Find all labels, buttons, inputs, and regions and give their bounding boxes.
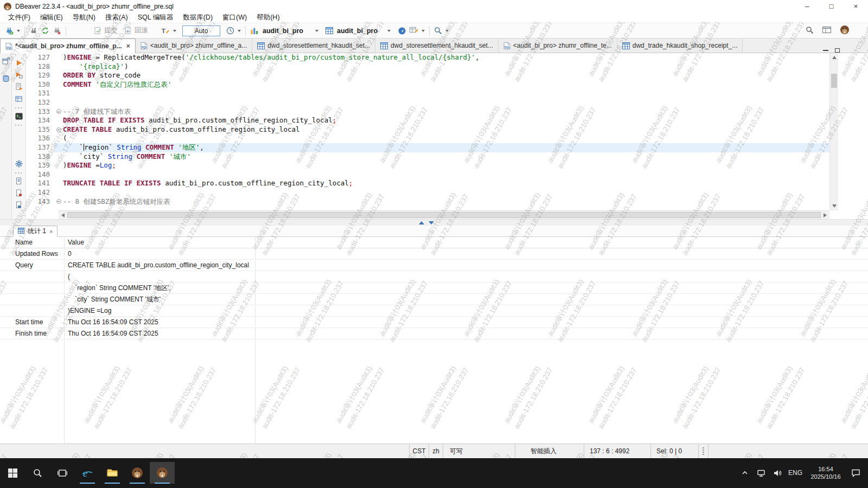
stats-row[interactable]: Updated Rows0: [0, 248, 868, 260]
scroll-right-icon[interactable]: [824, 213, 827, 217]
code-line-134[interactable]: 134DROP TABLE IF EXISTS audit_bi_pro.cus…: [26, 116, 829, 125]
stats-row[interactable]: `city` String COMMENT '城市': [0, 294, 868, 305]
database-select[interactable]: audit_bi_pro: [263, 27, 303, 35]
task-view-icon[interactable]: [50, 462, 75, 484]
database-navigator-icon[interactable]: [2, 75, 10, 85]
code-line-128[interactable]: 128 '{replica}'): [26, 62, 829, 72]
stats-row[interactable]: `region` String COMMENT '地区',: [0, 282, 868, 294]
horizontal-scrollbar[interactable]: [59, 210, 829, 219]
database-select-dropdown-icon[interactable]: [315, 30, 318, 32]
sql-format-button[interactable]: T: [161, 25, 170, 37]
taskbar-clock[interactable]: 16:54 2025/10/16: [805, 465, 846, 480]
edit-object-button[interactable]: [410, 25, 418, 37]
fold-collapse-icon[interactable]: [54, 197, 63, 207]
status-caret-position[interactable]: 137 : 6 : 4992: [584, 444, 650, 458]
open-perspective-icon[interactable]: [822, 26, 831, 35]
code-line-129[interactable]: 129ORDER BY store_code: [26, 71, 829, 80]
code-line-137[interactable]: 137 `region` String COMMENT '地区',: [26, 143, 829, 152]
status-selection[interactable]: Sel: 0 | 0: [650, 444, 698, 458]
statistics-tab[interactable]: 统计 1 ×: [13, 226, 58, 237]
schema-select-dropdown-icon[interactable]: [387, 30, 391, 32]
menu-item[interactable]: 导航(N): [68, 12, 100, 23]
code-line-130[interactable]: 130COMMENT '自定义门店性质汇总表': [26, 80, 829, 89]
status-timezone[interactable]: CST: [409, 444, 429, 458]
dbeaver-taskbar-icon-active[interactable]: [150, 462, 175, 484]
file-explorer-icon[interactable]: [100, 462, 125, 484]
sash-collapse-up-icon[interactable]: [419, 221, 424, 224]
menu-item[interactable]: 数据库(D): [178, 12, 218, 23]
action-center-icon[interactable]: [846, 462, 865, 484]
new-connection-dropdown-icon[interactable]: [17, 30, 20, 32]
open-script-button[interactable]: [14, 176, 24, 187]
code-line-141[interactable]: 141TRUNCATE TABLE IF EXISTS audit_bi_pro…: [26, 179, 829, 188]
horizontal-scrollbar-thumb[interactable]: [67, 212, 821, 218]
scroll-left-icon[interactable]: [61, 213, 65, 217]
scroll-up-icon[interactable]: [832, 56, 837, 59]
status-grip[interactable]: [698, 444, 708, 458]
explain-plan-button[interactable]: [14, 93, 24, 104]
status-language[interactable]: zh: [429, 444, 443, 458]
network-icon[interactable]: [753, 462, 769, 484]
save-script-button[interactable]: [14, 188, 24, 198]
panel-sash[interactable]: [0, 219, 868, 226]
editor-tab-4[interactable]: dwd_storesettlement_hkaudit_set...: [375, 38, 499, 53]
execute-statement-button[interactable]: [14, 57, 24, 68]
edit-object-dropdown-icon[interactable]: [422, 30, 425, 32]
transaction-mode-select[interactable]: Auto: [182, 25, 220, 36]
maximize-editor-icon[interactable]: [835, 48, 840, 53]
execute-script-button[interactable]: [14, 81, 24, 92]
code-line-143[interactable]: 143-- 8 创建SBZ新老系统店铺对应表: [26, 197, 829, 207]
disconnect-button[interactable]: [53, 25, 61, 37]
code-line-139[interactable]: 139)ENGINE =Log;: [26, 161, 829, 170]
minimize-editor-icon[interactable]: [823, 50, 828, 51]
code-line-135[interactable]: 135CREATE TABLE audit_bi_pro.custom_offl…: [26, 125, 829, 134]
hidden-icons-chevron[interactable]: [737, 462, 753, 484]
input-language-indicator[interactable]: ENG: [786, 462, 805, 484]
start-button[interactable]: [0, 462, 25, 484]
tab-close-icon[interactable]: ×: [126, 42, 130, 50]
transaction-log-dropdown-icon[interactable]: [238, 30, 241, 32]
maximize-button[interactable]: □: [819, 0, 844, 12]
editor-tab-6[interactable]: dwd_trade_hkaudit_shop_receipt_...: [617, 38, 743, 53]
menu-item[interactable]: 文件(F): [3, 12, 35, 23]
statistics-tab-close-icon[interactable]: ×: [49, 228, 53, 235]
schema-select[interactable]: audit_bi_pro: [337, 27, 378, 35]
menu-item[interactable]: 帮助(H): [252, 12, 284, 23]
menu-item[interactable]: 编辑(E): [35, 12, 68, 23]
code-line-138[interactable]: 138 `city` String COMMENT '城市': [26, 152, 829, 162]
menu-item[interactable]: 窗口(W): [218, 12, 252, 23]
restore-view-icon[interactable]: [2, 57, 10, 67]
close-button[interactable]: ×: [844, 0, 868, 12]
sash-collapse-down-icon[interactable]: [429, 221, 434, 224]
rollback-button[interactable]: 回滚: [124, 26, 148, 35]
code-line-131[interactable]: 131: [26, 89, 829, 98]
menu-item[interactable]: SQL 编辑器: [133, 12, 178, 23]
refresh-button[interactable]: [41, 25, 49, 37]
settings-gear-icon[interactable]: [14, 158, 24, 169]
sql-format-dropdown-icon[interactable]: [173, 30, 176, 32]
execute-statement-new-tab-button[interactable]: [14, 69, 24, 80]
editor-tab-2[interactable]: SQL<audit_bi_pro> zhumr_offline_a...: [136, 38, 253, 53]
code-line-127[interactable]: 127)ENGINE = ReplicatedMergeTree('/click…: [26, 53, 829, 62]
vertical-scrollbar[interactable]: [829, 53, 838, 210]
sql-terminal-button[interactable]: [14, 111, 24, 121]
dbeaver-profile-icon[interactable]: [840, 25, 850, 36]
taskbar-search-icon[interactable]: [25, 462, 50, 484]
code-line-133[interactable]: 133-- 7 创建线下城市表: [26, 107, 829, 117]
editor-code-area[interactable]: 127)ENGINE = ReplicatedMergeTree('/click…: [26, 53, 829, 210]
stats-row[interactable]: Finish timeThu Oct 16 16:54:09 CST 2025: [0, 328, 868, 339]
code-line-142[interactable]: 142: [26, 188, 829, 197]
transaction-log-button[interactable]: [226, 25, 234, 37]
commit-button[interactable]: 提交: [94, 26, 118, 35]
stats-row[interactable]: (: [0, 271, 868, 282]
code-line-136[interactable]: 136(: [26, 134, 829, 143]
search-objects-dropdown-icon[interactable]: [445, 30, 449, 32]
internet-explorer-icon[interactable]: e: [75, 462, 100, 484]
search-objects-button[interactable]: [434, 25, 442, 37]
editor-tab-1[interactable]: SQL*<audit_bi_pro> zhumr_offline_p...×: [0, 38, 136, 53]
editor-tab-5[interactable]: SQL<audit_bi_pro> zhumr_offline_te...: [499, 38, 617, 53]
connect-button[interactable]: [29, 25, 38, 37]
code-line-132[interactable]: 132: [26, 98, 829, 107]
status-insert-mode[interactable]: 智能插入: [515, 444, 584, 458]
vertical-scrollbar-thumb[interactable]: [831, 74, 837, 88]
